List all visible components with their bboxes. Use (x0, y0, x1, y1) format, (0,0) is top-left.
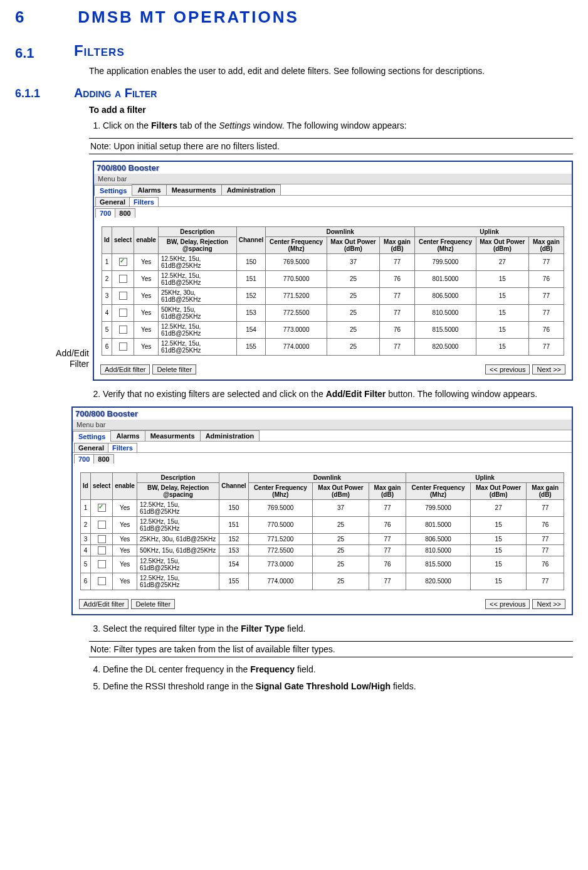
step-list-4: Define the DL center frequency in the Fr… (89, 664, 573, 692)
section-title: Filters (74, 42, 125, 59)
tab-administration[interactable]: Administration (200, 430, 260, 441)
add-edit-filter-button[interactable]: Add/Edit filter (100, 364, 150, 374)
chapter-title: DMSB MT OPERATIONS (78, 8, 299, 26)
table-row: 1Yes12.5KHz, 15u, 61dB@25KHz150769.50003… (102, 253, 564, 270)
step-5: Define the RSSI threshold range in the S… (103, 681, 573, 692)
chapter-number: 6 (15, 8, 71, 27)
main-tab-row: SettingsAlarmsMeasurmentsAdministration (73, 430, 572, 442)
note-2: Note: Filter types are taken from the li… (89, 641, 573, 657)
table-row: 4Yes50KHz, 15u, 61dB@25KHz153772.5500257… (102, 304, 564, 321)
filters-table: IdselectenableDescriptionChannelDownlink… (80, 472, 564, 590)
subsection-number: 6.1.1 (15, 87, 71, 100)
select-checkbox[interactable] (112, 321, 134, 338)
annotation-addedit: Add/Edit Filter (15, 348, 93, 381)
step-list: Click on the Filters tab of the Settings… (89, 120, 573, 132)
tab-alarms[interactable]: Alarms (132, 184, 166, 195)
subsection-heading: 6.1.1 Adding a Filter (15, 86, 573, 100)
table-row: 4Yes50KHz, 15u, 61dB@25KHz153772.5500257… (81, 544, 564, 556)
table-row: 6Yes12.5KHz, 15u, 61dB@25KHz155774.00002… (102, 338, 564, 355)
window-title: 700/800 Booster (73, 408, 572, 420)
tab-700[interactable]: 700 (74, 454, 94, 464)
select-checkbox[interactable] (90, 533, 112, 544)
tab-measurements[interactable]: Measurments (166, 184, 222, 195)
select-checkbox[interactable] (112, 253, 134, 270)
step-list-3: Select the required filter type in the F… (89, 623, 573, 635)
section-number: 6.1 (15, 45, 71, 61)
step-4: Define the DL center frequency in the Fr… (103, 664, 573, 676)
filters-table: IdselectenableDescriptionChannelDownlink… (102, 226, 564, 356)
subsection-lede: To add a filter (89, 104, 573, 116)
tab-measurements[interactable]: Measurments (145, 430, 201, 441)
step-2: Verify that no existing filters are sele… (103, 388, 573, 400)
table-row: 2Yes12.5KHz, 15u, 61dB@25KHz151770.50002… (102, 270, 564, 287)
step-1: Click on the Filters tab of the Settings… (103, 120, 573, 132)
tab-filters[interactable]: Filters (108, 443, 137, 452)
tab-alarms[interactable]: Alarms (110, 430, 145, 441)
tab-general[interactable]: General (95, 197, 130, 206)
section-heading: 6.1 Filters (15, 42, 573, 61)
tab-general[interactable]: General (74, 443, 108, 452)
sub-tab-row: GeneralFilters (73, 442, 572, 452)
screenshot-2: 700/800 BoosterMenu barSettingsAlarmsMea… (71, 406, 573, 615)
select-checkbox[interactable] (90, 516, 112, 533)
delete-filter-button[interactable]: Delete filter (152, 364, 196, 374)
next-button[interactable]: Next >> (532, 364, 565, 374)
sub-tab-row: GeneralFilters (94, 196, 572, 206)
band-tab-row: 700800 (94, 206, 572, 218)
select-checkbox[interactable] (112, 304, 134, 321)
main-tab-row: SettingsAlarmsMeasurmentsAdministration (94, 184, 572, 196)
previous-button[interactable]: << previous (485, 599, 530, 609)
table-row: 3Yes25KHz, 30u, 61dB@25KHz152771.5200257… (81, 533, 564, 544)
window-title: 700/800 Booster (94, 162, 572, 174)
band-tab-row: 700800 (73, 452, 572, 464)
add-edit-filter-button[interactable]: Add/Edit filter (79, 599, 129, 609)
tab-administration[interactable]: Administration (221, 184, 281, 195)
table-row: 1Yes12.5KHz, 15u, 61dB@25KHz150769.50003… (81, 499, 564, 516)
table-row: 3Yes25KHz, 30u, 61dB@25KHz152771.5200257… (102, 287, 564, 304)
table-row: 5Yes12.5KHz, 15u, 61dB@25KHz154773.00002… (102, 321, 564, 338)
table-row: 5Yes12.5KHz, 15u, 61dB@25KHz154773.00002… (81, 556, 564, 573)
menu-bar: Menu bar (94, 174, 572, 184)
select-checkbox[interactable] (90, 573, 112, 590)
screenshot-1: 700/800 BoosterMenu barSettingsAlarmsMea… (93, 161, 573, 381)
menu-bar: Menu bar (73, 420, 572, 430)
tab-800[interactable]: 800 (93, 454, 113, 464)
select-checkbox[interactable] (90, 499, 112, 516)
select-checkbox[interactable] (90, 556, 112, 573)
tab-settings[interactable]: Settings (73, 431, 111, 442)
section-intro: The application enables the user to add,… (89, 65, 573, 77)
delete-filter-button[interactable]: Delete filter (131, 599, 175, 609)
tab-700[interactable]: 700 (95, 208, 115, 218)
step-list-2: Verify that no existing filters are sele… (89, 388, 573, 400)
tab-settings[interactable]: Settings (94, 185, 132, 196)
previous-button[interactable]: << previous (485, 364, 530, 374)
select-checkbox[interactable] (112, 287, 134, 304)
chapter-heading: 6 DMSB MT OPERATIONS (15, 8, 573, 27)
tab-800[interactable]: 800 (115, 208, 135, 218)
table-row: 6Yes12.5KHz, 15u, 61dB@25KHz155774.00002… (81, 573, 564, 590)
select-checkbox[interactable] (90, 544, 112, 556)
select-checkbox[interactable] (112, 338, 134, 355)
select-checkbox[interactable] (112, 270, 134, 287)
subsection-title: Adding a Filter (74, 86, 157, 100)
table-row: 2Yes12.5KHz, 15u, 61dB@25KHz151770.50002… (81, 516, 564, 533)
step-3: Select the required filter type in the F… (103, 623, 573, 635)
note-1: Note: Upon initial setup there are no fi… (89, 138, 573, 154)
next-button[interactable]: Next >> (532, 599, 565, 609)
tab-filters[interactable]: Filters (129, 197, 159, 206)
